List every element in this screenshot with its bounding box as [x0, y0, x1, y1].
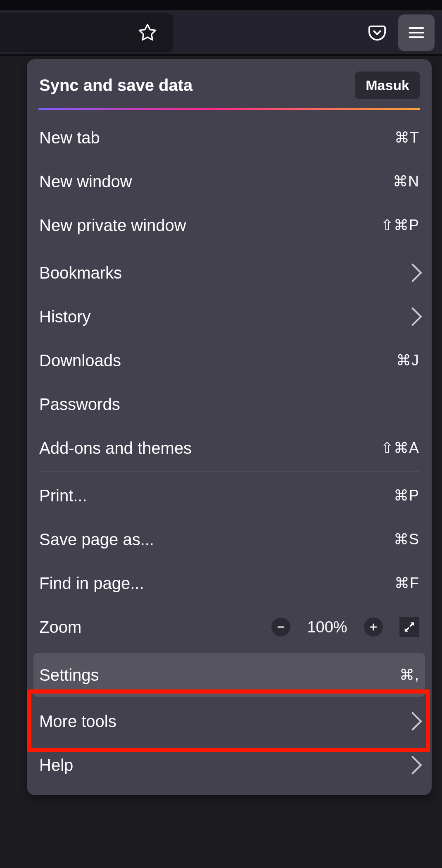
- menu-item-more-tools[interactable]: More tools: [27, 699, 432, 743]
- zoom-value: 100%: [303, 618, 352, 636]
- menu-item-new-window[interactable]: New window ⌘N: [27, 160, 432, 203]
- menu-item-passwords[interactable]: Passwords: [27, 382, 432, 426]
- shortcut-label: ⌘J: [396, 352, 419, 369]
- sync-row: Sync and save data Masuk: [27, 59, 432, 108]
- browser-toolbar: [0, 10, 442, 55]
- shortcut-label: ⌘,: [399, 666, 419, 684]
- chevron-right-icon: [403, 307, 422, 326]
- login-button[interactable]: Masuk: [355, 72, 420, 99]
- menu-item-label: New tab: [39, 129, 394, 147]
- menu-item-find-in-page[interactable]: Find in page... ⌘F: [27, 561, 432, 605]
- application-menu-panel: Sync and save data Masuk New tab ⌘T New …: [27, 59, 432, 795]
- menu-item-downloads[interactable]: Downloads ⌘J: [27, 339, 432, 382]
- shortcut-label: ⌘F: [394, 575, 419, 592]
- menu-item-label: Print...: [39, 486, 394, 505]
- separator: [38, 472, 420, 472]
- shortcut-label: ⌘P: [394, 487, 419, 504]
- zoom-label: Zoom: [39, 618, 271, 637]
- pocket-icon[interactable]: [367, 22, 387, 43]
- shortcut-label: ⌘N: [393, 173, 419, 190]
- hamburger-menu-button[interactable]: [398, 14, 435, 51]
- menu-item-help[interactable]: Help: [27, 743, 432, 787]
- separator: [38, 249, 420, 249]
- menu-item-label: History: [39, 308, 406, 326]
- menu-item-label: Bookmarks: [39, 264, 406, 282]
- menu-item-label: Add-ons and themes: [39, 439, 381, 458]
- window-top-strip: [0, 0, 442, 10]
- menu-item-label: Save page as...: [39, 530, 394, 549]
- menu-item-addons-themes[interactable]: Add-ons and themes ⇧⌘A: [27, 426, 432, 470]
- menu-item-label: Find in page...: [39, 574, 394, 593]
- menu-item-zoom: Zoom 100%: [27, 605, 432, 649]
- menu-item-settings[interactable]: Settings ⌘,: [33, 653, 425, 697]
- shortcut-label: ⇧⌘A: [381, 439, 419, 457]
- menu-item-label: Settings: [39, 666, 399, 684]
- menu-item-new-tab[interactable]: New tab ⌘T: [27, 116, 432, 160]
- menu-item-label: Downloads: [39, 351, 396, 370]
- sync-title: Sync and save data: [39, 76, 355, 95]
- bookmark-star-icon[interactable]: [137, 22, 158, 43]
- shortcut-label: ⌘T: [394, 129, 419, 146]
- menu-item-print[interactable]: Print... ⌘P: [27, 474, 432, 517]
- menu-item-label: Help: [39, 756, 406, 775]
- menu-item-label: More tools: [39, 712, 406, 731]
- menu-item-history[interactable]: History: [27, 295, 432, 339]
- zoom-out-button[interactable]: [271, 618, 290, 637]
- menu-item-label: New window: [39, 172, 393, 191]
- menu-item-label: New private window: [39, 216, 381, 235]
- chevron-right-icon: [403, 712, 422, 730]
- shortcut-label: ⇧⌘P: [381, 217, 419, 234]
- menu-item-label: Passwords: [39, 395, 419, 414]
- menu-item-save-page[interactable]: Save page as... ⌘S: [27, 517, 432, 561]
- fullscreen-button[interactable]: [399, 617, 419, 637]
- chevron-right-icon: [403, 263, 422, 282]
- zoom-in-button[interactable]: [364, 618, 383, 637]
- chevron-right-icon: [403, 756, 422, 774]
- shortcut-label: ⌘S: [394, 531, 419, 548]
- urlbar-fragment[interactable]: [0, 13, 173, 52]
- menu-item-new-private-window[interactable]: New private window ⇧⌘P: [27, 203, 432, 247]
- menu-item-bookmarks[interactable]: Bookmarks: [27, 251, 432, 295]
